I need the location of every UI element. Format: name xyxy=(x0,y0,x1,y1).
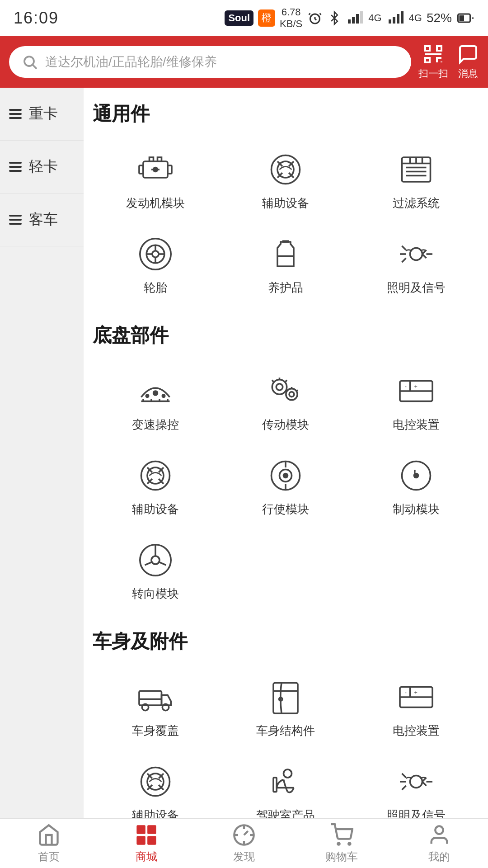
search-input-wrap[interactable]: 道达尔机油/正品轮胎/维修保养 xyxy=(9,46,411,78)
search-placeholder: 道达尔机油/正品轮胎/维修保养 xyxy=(45,53,217,71)
truck-icon xyxy=(135,677,176,717)
svg-point-106 xyxy=(410,776,422,788)
main-layout: 重卡 轻卡 客车 通用件 xyxy=(0,88,488,868)
soul-icon: Soul xyxy=(225,10,253,26)
message-button[interactable]: 消息 xyxy=(457,43,479,80)
search-actions: 扫一扫 消息 xyxy=(418,43,479,80)
item-brake[interactable]: ! 制动模块 xyxy=(353,446,479,526)
item-label-steering: 转向模块 xyxy=(132,586,179,602)
svg-line-84 xyxy=(158,562,166,565)
svg-rect-2 xyxy=(352,17,355,24)
discover-icon xyxy=(232,823,256,847)
svg-line-83 xyxy=(145,562,153,565)
svg-point-50 xyxy=(146,395,148,397)
item-filter[interactable]: 过滤系统 xyxy=(353,140,479,220)
item-tire[interactable]: 轮胎 xyxy=(93,225,218,305)
search-bar: 道达尔机油/正品轮胎/维修保养 扫一扫 消息 xyxy=(0,36,488,88)
nav-home[interactable]: 首页 xyxy=(0,819,98,868)
svg-rect-107 xyxy=(136,825,145,834)
svg-rect-14 xyxy=(437,46,441,51)
search-icon xyxy=(22,54,38,70)
scan-label: 扫一扫 xyxy=(418,67,448,80)
svg-text:!: ! xyxy=(413,467,417,480)
svg-point-117 xyxy=(338,843,339,844)
menu-icon-heavy xyxy=(9,109,22,119)
nav-discover-label: 发现 xyxy=(233,849,255,864)
sidebar-item-bus[interactable]: 客车 xyxy=(0,193,84,246)
item-driving[interactable]: 行使模块 xyxy=(223,446,348,526)
svg-text:+: + xyxy=(414,383,417,390)
item-electronic2[interactable]: - + 电控装置 xyxy=(353,668,479,748)
svg-rect-10 xyxy=(460,15,465,21)
item-label-electronic2: 电控装置 xyxy=(393,723,440,739)
svg-point-11 xyxy=(24,57,34,66)
nav-shop[interactable]: 商城 xyxy=(98,819,195,868)
svg-point-48 xyxy=(410,248,422,260)
svg-point-75 xyxy=(284,474,288,478)
bottom-nav: 首页 商城 发现 购物车 xyxy=(0,818,488,868)
section-title-tongyong: 通用件 xyxy=(93,101,479,127)
item-lighting1[interactable]: 照明及信号 xyxy=(353,225,479,305)
svg-rect-3 xyxy=(356,14,359,24)
scan-icon xyxy=(422,43,444,65)
gears-icon xyxy=(265,371,306,411)
svg-line-12 xyxy=(33,65,37,69)
svg-rect-7 xyxy=(397,14,399,24)
battery-icon xyxy=(456,10,474,26)
item-transmission[interactable]: 传动模块 xyxy=(223,362,348,442)
user-icon xyxy=(427,823,451,847)
sidebar-label-light: 轻卡 xyxy=(29,157,58,177)
svg-text:+: + xyxy=(414,689,417,696)
item-engine[interactable]: 发动机模块 xyxy=(93,140,218,220)
svg-rect-89 xyxy=(273,683,298,714)
item-gearbox[interactable]: 变速操控 xyxy=(93,362,218,442)
svg-point-54 xyxy=(277,384,283,390)
sidebar: 重卡 轻卡 客车 xyxy=(0,88,84,868)
item-steering[interactable]: 转向模块 xyxy=(93,531,218,611)
sidebar-item-heavy[interactable]: 重卡 xyxy=(0,88,84,141)
item-auxiliary2[interactable]: 辅助设备 xyxy=(93,446,218,526)
engine-icon xyxy=(135,149,176,190)
svg-line-61 xyxy=(296,390,298,391)
item-cover[interactable]: 车身覆盖 xyxy=(93,668,218,748)
bluetooth-icon xyxy=(328,10,341,26)
nav-home-label: 首页 xyxy=(38,849,60,864)
svg-point-119 xyxy=(435,826,443,834)
status-icons: Soul 橙 6.78KB/S 4G 4G 52% xyxy=(225,6,474,30)
nav-cart-label: 购物车 xyxy=(325,849,358,864)
item-structure[interactable]: 车身结构件 xyxy=(223,668,348,748)
item-auxiliary1[interactable]: 辅助设备 xyxy=(223,140,348,220)
item-label-electronic1: 电控装置 xyxy=(393,417,440,433)
svg-point-81 xyxy=(151,556,160,564)
svg-point-56 xyxy=(290,392,295,397)
item-label-filter: 过滤系统 xyxy=(393,195,440,211)
svg-line-58 xyxy=(286,380,287,382)
signal2-icon xyxy=(386,10,404,26)
nav-cart[interactable]: 购物车 xyxy=(293,819,390,868)
svg-text:-: - xyxy=(405,689,407,696)
item-care[interactable]: 养护品 xyxy=(223,225,348,305)
sidebar-label-bus: 客车 xyxy=(29,210,58,230)
item-electronic1[interactable]: - + 电控装置 xyxy=(353,362,479,442)
svg-line-116 xyxy=(244,831,248,835)
menu-icon-light xyxy=(9,162,22,172)
nav-discover[interactable]: 发现 xyxy=(195,819,293,868)
svg-point-55 xyxy=(286,389,297,400)
item-label-transmission: 传动模块 xyxy=(262,417,309,433)
shop-icon xyxy=(135,823,158,847)
message-label: 消息 xyxy=(458,67,478,80)
svg-line-59 xyxy=(272,380,274,382)
item-label-tire: 轮胎 xyxy=(144,280,167,296)
sidebar-item-light[interactable]: 轻卡 xyxy=(0,141,84,193)
svg-rect-13 xyxy=(425,46,430,51)
svg-point-103 xyxy=(284,769,292,778)
nav-mine[interactable]: 我的 xyxy=(390,819,488,868)
auxiliary2-icon xyxy=(135,455,176,496)
svg-rect-15 xyxy=(425,58,430,62)
signal-icon xyxy=(346,10,364,26)
battery1-icon: - + xyxy=(396,371,436,411)
scan-button[interactable]: 扫一扫 xyxy=(418,43,448,80)
svg-rect-105 xyxy=(273,778,277,792)
item-label-care: 养护品 xyxy=(268,280,303,296)
item-label-driving: 行使模块 xyxy=(262,501,309,517)
